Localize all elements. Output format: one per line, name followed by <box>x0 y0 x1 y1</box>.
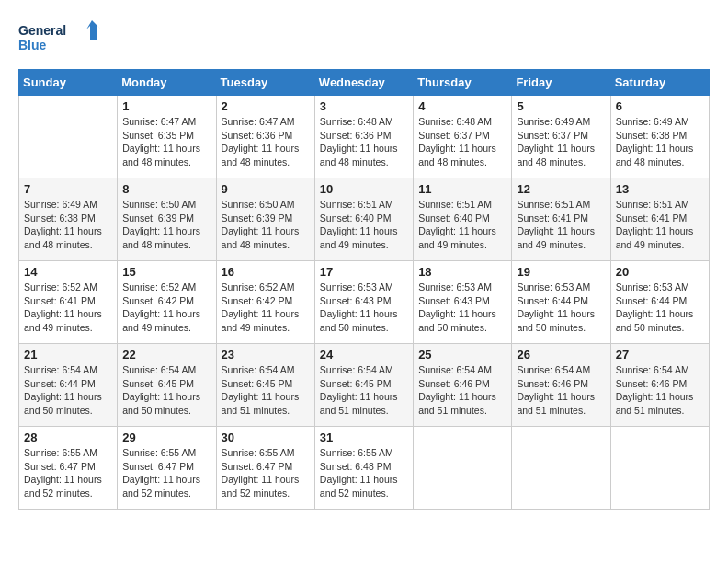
day-number: 30 <box>222 431 310 444</box>
day-number: 4 <box>418 99 506 113</box>
day-number: 20 <box>616 265 704 279</box>
day-info: Sunrise: 6:54 AMSunset: 6:46 PMDaylight:… <box>517 363 605 418</box>
day-cell: 29Sunrise: 6:55 AMSunset: 6:47 PMDayligh… <box>118 427 216 510</box>
day-info: Sunrise: 6:47 AMSunset: 6:36 PMDaylight:… <box>222 115 310 169</box>
day-cell: 31Sunrise: 6:55 AMSunset: 6:48 PMDayligh… <box>314 427 413 510</box>
day-cell: 12Sunrise: 6:51 AMSunset: 6:41 PMDayligh… <box>512 178 610 261</box>
day-number: 23 <box>222 348 310 362</box>
day-info: Sunrise: 6:50 AMSunset: 6:39 PMDaylight:… <box>122 198 210 252</box>
day-info: Sunrise: 6:47 AMSunset: 6:35 PMDaylight:… <box>122 115 210 169</box>
day-number: 19 <box>517 265 605 279</box>
day-cell: 7Sunrise: 6:49 AMSunset: 6:38 PMDaylight… <box>19 178 118 261</box>
day-info: Sunrise: 6:54 AMSunset: 6:44 PMDaylight:… <box>24 363 112 418</box>
day-cell: 28Sunrise: 6:55 AMSunset: 6:47 PMDayligh… <box>19 427 118 510</box>
day-number: 8 <box>122 182 210 196</box>
day-number: 17 <box>320 265 408 279</box>
day-info: Sunrise: 6:53 AMSunset: 6:44 PMDaylight:… <box>517 281 605 335</box>
svg-marker-2 <box>86 20 101 40</box>
header-cell-monday: Monday <box>118 70 216 96</box>
day-number: 5 <box>517 99 605 113</box>
day-cell: 30Sunrise: 6:55 AMSunset: 6:47 PMDayligh… <box>216 427 314 510</box>
day-info: Sunrise: 6:49 AMSunset: 6:37 PMDaylight:… <box>517 115 605 169</box>
day-cell: 16Sunrise: 6:52 AMSunset: 6:42 PMDayligh… <box>216 261 314 344</box>
day-info: Sunrise: 6:52 AMSunset: 6:42 PMDaylight:… <box>222 281 310 335</box>
svg-text:Blue: Blue <box>18 38 47 52</box>
day-number: 6 <box>616 99 704 113</box>
day-info: Sunrise: 6:55 AMSunset: 6:47 PMDaylight:… <box>122 446 210 500</box>
day-cell: 2Sunrise: 6:47 AMSunset: 6:36 PMDaylight… <box>216 96 314 178</box>
day-number: 10 <box>320 182 408 196</box>
day-info: Sunrise: 6:48 AMSunset: 6:36 PMDaylight:… <box>320 115 408 169</box>
day-number: 24 <box>320 348 408 362</box>
day-cell: 19Sunrise: 6:53 AMSunset: 6:44 PMDayligh… <box>512 261 610 344</box>
header-cell-tuesday: Tuesday <box>216 70 314 96</box>
day-number: 3 <box>320 99 408 113</box>
day-cell: 5Sunrise: 6:49 AMSunset: 6:37 PMDaylight… <box>512 96 610 178</box>
day-cell <box>414 427 512 510</box>
day-number: 28 <box>24 431 112 444</box>
day-info: Sunrise: 6:54 AMSunset: 6:46 PMDaylight:… <box>418 363 506 418</box>
day-cell: 13Sunrise: 6:51 AMSunset: 6:41 PMDayligh… <box>610 178 709 261</box>
day-number: 29 <box>122 431 210 444</box>
day-number: 27 <box>616 348 704 362</box>
header-cell-saturday: Saturday <box>610 70 709 96</box>
day-cell: 10Sunrise: 6:51 AMSunset: 6:40 PMDayligh… <box>314 178 413 261</box>
day-number: 16 <box>222 265 310 279</box>
day-cell: 23Sunrise: 6:54 AMSunset: 6:45 PMDayligh… <box>216 344 314 427</box>
day-cell: 21Sunrise: 6:54 AMSunset: 6:44 PMDayligh… <box>19 344 118 427</box>
logo: General Blue <box>18 18 101 60</box>
day-cell: 9Sunrise: 6:50 AMSunset: 6:39 PMDaylight… <box>216 178 314 261</box>
day-cell: 15Sunrise: 6:52 AMSunset: 6:42 PMDayligh… <box>118 261 216 344</box>
svg-text:General: General <box>18 23 66 38</box>
day-cell: 1Sunrise: 6:47 AMSunset: 6:35 PMDaylight… <box>118 96 216 178</box>
day-info: Sunrise: 6:54 AMSunset: 6:46 PMDaylight:… <box>616 363 704 418</box>
day-number: 2 <box>222 99 310 113</box>
day-cell: 6Sunrise: 6:49 AMSunset: 6:38 PMDaylight… <box>610 96 709 178</box>
day-info: Sunrise: 6:51 AMSunset: 6:40 PMDaylight:… <box>418 198 506 252</box>
day-number: 1 <box>122 99 210 113</box>
week-row-5: 28Sunrise: 6:55 AMSunset: 6:47 PMDayligh… <box>19 427 710 510</box>
day-number: 21 <box>24 348 112 362</box>
day-number: 11 <box>418 182 506 196</box>
day-number: 18 <box>418 265 506 279</box>
header-cell-friday: Friday <box>512 70 610 96</box>
day-info: Sunrise: 6:51 AMSunset: 6:40 PMDaylight:… <box>320 198 408 252</box>
week-row-4: 21Sunrise: 6:54 AMSunset: 6:44 PMDayligh… <box>19 344 710 427</box>
day-number: 9 <box>222 182 310 196</box>
day-cell: 11Sunrise: 6:51 AMSunset: 6:40 PMDayligh… <box>414 178 512 261</box>
page-header: General Blue <box>18 18 710 60</box>
day-info: Sunrise: 6:53 AMSunset: 6:44 PMDaylight:… <box>616 281 704 335</box>
day-cell: 3Sunrise: 6:48 AMSunset: 6:36 PMDaylight… <box>314 96 413 178</box>
day-cell: 18Sunrise: 6:53 AMSunset: 6:43 PMDayligh… <box>414 261 512 344</box>
week-row-2: 7Sunrise: 6:49 AMSunset: 6:38 PMDaylight… <box>19 178 710 261</box>
day-cell <box>19 96 118 178</box>
day-info: Sunrise: 6:52 AMSunset: 6:42 PMDaylight:… <box>122 281 210 335</box>
day-cell: 27Sunrise: 6:54 AMSunset: 6:46 PMDayligh… <box>610 344 709 427</box>
day-info: Sunrise: 6:52 AMSunset: 6:41 PMDaylight:… <box>24 281 112 335</box>
day-cell: 24Sunrise: 6:54 AMSunset: 6:45 PMDayligh… <box>314 344 413 427</box>
day-number: 25 <box>418 348 506 362</box>
day-number: 13 <box>616 182 704 196</box>
day-number: 15 <box>122 265 210 279</box>
header-cell-sunday: Sunday <box>19 70 118 96</box>
week-row-1: 1Sunrise: 6:47 AMSunset: 6:35 PMDaylight… <box>19 96 710 178</box>
day-cell: 8Sunrise: 6:50 AMSunset: 6:39 PMDaylight… <box>118 178 216 261</box>
day-info: Sunrise: 6:55 AMSunset: 6:47 PMDaylight:… <box>222 446 310 500</box>
day-info: Sunrise: 6:54 AMSunset: 6:45 PMDaylight:… <box>320 363 408 418</box>
day-cell: 20Sunrise: 6:53 AMSunset: 6:44 PMDayligh… <box>610 261 709 344</box>
day-cell <box>610 427 709 510</box>
day-number: 12 <box>517 182 605 196</box>
day-number: 26 <box>517 348 605 362</box>
day-number: 7 <box>24 182 112 196</box>
calendar-table: SundayMondayTuesdayWednesdayThursdayFrid… <box>18 69 710 510</box>
header-cell-wednesday: Wednesday <box>314 70 413 96</box>
day-cell: 22Sunrise: 6:54 AMSunset: 6:45 PMDayligh… <box>118 344 216 427</box>
day-info: Sunrise: 6:53 AMSunset: 6:43 PMDaylight:… <box>418 281 506 335</box>
day-number: 22 <box>122 348 210 362</box>
day-cell <box>512 427 610 510</box>
day-info: Sunrise: 6:48 AMSunset: 6:37 PMDaylight:… <box>418 115 506 169</box>
day-info: Sunrise: 6:49 AMSunset: 6:38 PMDaylight:… <box>616 115 704 169</box>
header-row: SundayMondayTuesdayWednesdayThursdayFrid… <box>19 70 710 96</box>
day-cell: 26Sunrise: 6:54 AMSunset: 6:46 PMDayligh… <box>512 344 610 427</box>
week-row-3: 14Sunrise: 6:52 AMSunset: 6:41 PMDayligh… <box>19 261 710 344</box>
